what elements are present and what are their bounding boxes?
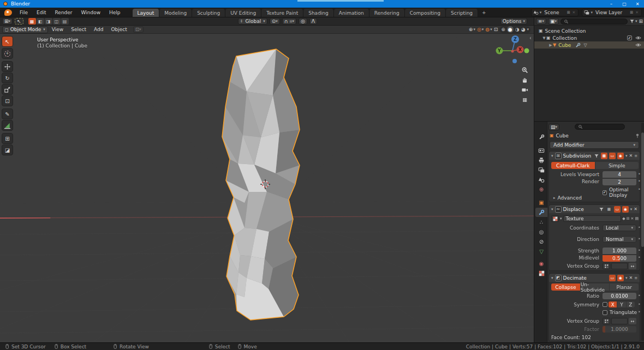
xray-dropdown[interactable]: ◍▾ (485, 27, 492, 32)
properties-scrollbar[interactable] (641, 123, 644, 341)
unsubdivide-button[interactable]: Un-Subdivide (581, 283, 610, 291)
tab-view-layer[interactable] (535, 165, 547, 174)
scene-selector[interactable]: ▾ Scene ⊞ ✕ (531, 9, 579, 16)
camera-view-icon[interactable] (520, 85, 529, 94)
texture-name-field[interactable]: Texture (563, 215, 622, 222)
unlink-scene-icon[interactable]: ✕ (573, 10, 576, 15)
tab-particles[interactable]: ∴ (535, 218, 547, 227)
ratio-field[interactable]: 0.0100 (603, 293, 636, 299)
close-button[interactable]: ✕ (631, 0, 644, 8)
tab-output[interactable] (535, 155, 547, 165)
cube-object-mesh[interactable] (0, 26, 534, 342)
blender-logo-icon[interactable] (4, 9, 12, 16)
add-modifier-dropdown[interactable]: Add Modifier ▾ (550, 141, 639, 149)
collection-checkbox[interactable]: ✓ (627, 35, 632, 40)
extras-dropdown-icon[interactable]: ▾ (625, 154, 628, 158)
outliner-display-mode-dropdown[interactable]: ≡▾ (536, 18, 546, 25)
tab-compositing[interactable]: Compositing (405, 9, 446, 17)
viewport-menu-object[interactable]: Object (107, 27, 130, 32)
minimize-button[interactable]: – (605, 0, 618, 8)
menu-help[interactable]: Help (105, 8, 125, 17)
vertex-group-input[interactable] (611, 263, 628, 269)
properties-search-input[interactable] (575, 124, 625, 130)
pivot-point-dropdown[interactable]: ⊙▾ (270, 18, 280, 25)
row-cube[interactable]: ▶ ▼ Cube ▽ (534, 41, 644, 49)
drag-handle-icon[interactable]: ≡ (634, 154, 637, 158)
texture-type-icon[interactable] (551, 215, 559, 222)
mode-selector[interactable]: ◻ Object Mode ▾ (2, 26, 48, 33)
gizmo-y-neg-axis[interactable] (524, 49, 529, 53)
extras-dropdown-icon[interactable]: ▾ (625, 276, 628, 280)
tool-add-primitive[interactable]: ◪ (2, 144, 13, 155)
add-workspace-button[interactable]: + (478, 8, 490, 17)
ortho-toggle-icon[interactable]: ▦ (520, 95, 529, 104)
tab-material[interactable]: ◉ (535, 259, 547, 268)
active-tool-icon[interactable]: ↖ (15, 18, 23, 25)
levels-render-field[interactable]: 2 (603, 179, 636, 185)
axis-z-button[interactable]: Z (627, 301, 635, 307)
select-mode-intersect[interactable]: ▤ (61, 18, 69, 25)
show-gizmo-dropdown[interactable]: ⊕▾ (469, 27, 475, 32)
sidebar-collapse-arrow[interactable]: ‹ (529, 35, 532, 41)
expand-icon[interactable]: ▾ (551, 207, 553, 212)
show-in-editmode-toggle[interactable]: ▦ (606, 206, 612, 213)
select-mode-tweak[interactable]: ▦ (28, 18, 36, 25)
transform-orientation-dropdown[interactable]: ↕Global▾ (238, 18, 267, 25)
delete-modifier-icon[interactable]: ✕ (629, 153, 633, 158)
tool-annotate[interactable]: ✎ (2, 108, 13, 119)
optimal-display-checkbox[interactable]: ✓ (603, 190, 607, 195)
tab-animation[interactable]: Animation (334, 9, 369, 17)
modifier-name[interactable]: Subdivision (563, 153, 592, 159)
navigation-gizmo[interactable]: Z Y X (493, 31, 534, 70)
tool-add-cube[interactable]: ⊞ (2, 133, 13, 144)
show-realtime-toggle[interactable]: ▭ (609, 275, 616, 281)
tab-scene[interactable] (535, 175, 547, 184)
tab-physics[interactable]: ◎ (535, 227, 547, 237)
pan-hand-icon[interactable] (520, 75, 529, 84)
outliner-filter-icon[interactable]: ▾ (629, 19, 637, 24)
show-realtime-toggle[interactable]: ▭ (609, 153, 616, 159)
row-collection[interactable]: ▼ ▣ Collection ✓ (534, 34, 644, 41)
expand-arrow-icon[interactable]: ▶ (548, 43, 553, 47)
tool-select-box[interactable]: ↖ (2, 36, 13, 47)
snap-toggle[interactable]: ∩⌗▾ (282, 18, 296, 25)
viewport-menu-select[interactable]: Select (67, 27, 90, 32)
axis-x-button[interactable]: X (609, 301, 617, 307)
select-mode-extend[interactable]: ◧ (37, 18, 44, 25)
menu-file[interactable]: File (15, 8, 32, 17)
tab-rendering[interactable]: Rendering (369, 9, 405, 17)
expand-icon[interactable]: ▾ (551, 154, 553, 158)
eye-icon[interactable] (635, 42, 641, 48)
tab-tool[interactable] (535, 132, 547, 142)
maximize-button[interactable]: ▢ (618, 0, 631, 8)
tab-render[interactable] (535, 146, 547, 155)
simple-button[interactable]: Simple (595, 162, 639, 169)
tool-rotate[interactable]: ↻ (2, 73, 13, 83)
show-in-editmode-toggle[interactable]: ▦ (601, 153, 607, 159)
outliner-filter-id-dropdown[interactable]: ▣▾ (548, 18, 559, 25)
new-view-layer-icon[interactable]: ⊞ (630, 10, 633, 15)
tab-layout[interactable]: Layout (133, 9, 160, 17)
tab-modeling[interactable]: Modeling (159, 9, 192, 17)
direction-dropdown[interactable]: Normal▾ (603, 236, 636, 243)
edit-mode-cage-icon[interactable] (594, 153, 599, 159)
tab-texture[interactable] (535, 269, 547, 278)
symmetry-checkbox[interactable]: ✓ (603, 302, 607, 307)
zoom-icon[interactable] (520, 65, 529, 74)
vertex-group-icon[interactable] (603, 263, 610, 269)
pin-icon[interactable] (635, 133, 640, 138)
drag-handle-icon[interactable]: ≡ (634, 276, 637, 280)
tool-transform[interactable]: ⊡ (2, 95, 13, 106)
eye-icon[interactable] (635, 35, 641, 41)
menu-render[interactable]: Render (51, 8, 77, 17)
tab-object-data[interactable]: ▽ (535, 247, 547, 256)
show-overlays-dropdown[interactable]: ◎▾ (477, 27, 484, 32)
strength-field[interactable]: 1.000 (603, 248, 636, 254)
tool-move[interactable] (2, 61, 13, 72)
show-render-toggle[interactable]: ◉ (617, 275, 624, 281)
edit-mode-cage-icon[interactable] (599, 207, 604, 212)
expand-arrow-icon[interactable]: ▼ (542, 36, 546, 40)
tab-modifiers[interactable] (535, 208, 547, 217)
new-texture-icon[interactable]: ⊞ (627, 216, 630, 221)
advanced-expander[interactable]: ▸Advanced (553, 195, 582, 201)
